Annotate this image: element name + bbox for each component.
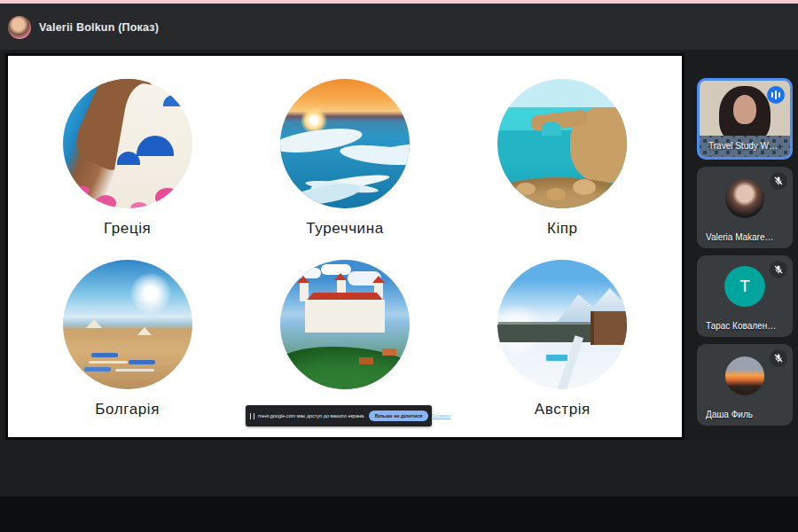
participant-tile-taras[interactable]: T Тарас Ковален…: [697, 255, 793, 337]
presenter-bar: Valerii Bolkun (Показ): [0, 4, 798, 50]
destination-label: Кіпр: [547, 220, 578, 238]
mic-off-icon: [770, 261, 787, 278]
destination-cell-austria: Австрія: [454, 260, 671, 434]
destination-label: Болгарія: [95, 401, 160, 419]
windows-taskbar: X zoom: [0, 497, 798, 532]
destination-photo-sea-arch: [497, 79, 627, 208]
destination-cell-turkey: Туреччина: [236, 79, 453, 253]
destination-cell-greece: Греція: [19, 79, 236, 253]
avatar: [725, 356, 764, 395]
participant-name: Тарас Ковален…: [706, 321, 776, 331]
avatar: T: [724, 266, 765, 307]
destination-photo-winter-resort: [497, 260, 627, 389]
participant-tile-travel-study[interactable]: Travel Study W…: [697, 78, 793, 160]
speaker-indicator-icon: [767, 86, 785, 104]
destination-cell-bulgaria: Болгарія: [19, 260, 236, 434]
participant-name: Даша Филь: [706, 410, 753, 419]
destination-photo-bratislava-castle: [280, 260, 410, 389]
meet-window: Valerii Bolkun (Показ) Греція Туреччина: [0, 0, 798, 532]
shared-screen-slide: Греція Туреччина Кіпр Болгарія: [5, 53, 685, 440]
mic-off-icon: [770, 172, 787, 190]
presenter-name: Valerii Bolkun (Показ): [39, 21, 159, 34]
hide-banner-link[interactable]: Сховати: [432, 413, 450, 419]
participant-tile-dasha[interactable]: Даша Филь: [697, 344, 793, 426]
avatar: [725, 179, 764, 218]
destination-label: Греція: [104, 220, 151, 238]
destinations-grid: Греція Туреччина Кіпр Болгарія: [19, 79, 671, 434]
participant-name: Travel Study W…: [708, 141, 778, 151]
pause-icon: [250, 413, 254, 419]
participant-name: Valeria Makare…: [706, 232, 774, 242]
destination-label: Австрія: [535, 401, 591, 419]
destination-photo-santorini: [63, 79, 192, 208]
presenter-avatar: [8, 16, 31, 39]
destination-photo-beach: [63, 260, 192, 389]
stop-sharing-button[interactable]: Більше не ділитися: [369, 411, 429, 421]
screen-share-banner: meet.google.com має доступ до вашого екр…: [246, 405, 432, 426]
participant-tile-valeria[interactable]: Valeria Makare…: [697, 167, 793, 248]
destination-cell-cyprus: Кіпр: [454, 79, 671, 253]
destination-photo-pamukkale: [280, 79, 410, 208]
meeting-control-bar: 3:10 | aeg-vgpp-zai: [0, 440, 798, 497]
destination-label: Туреччина: [306, 220, 384, 238]
share-banner-message: meet.google.com має доступ до вашого екр…: [258, 413, 365, 419]
mic-off-icon: [770, 349, 787, 367]
